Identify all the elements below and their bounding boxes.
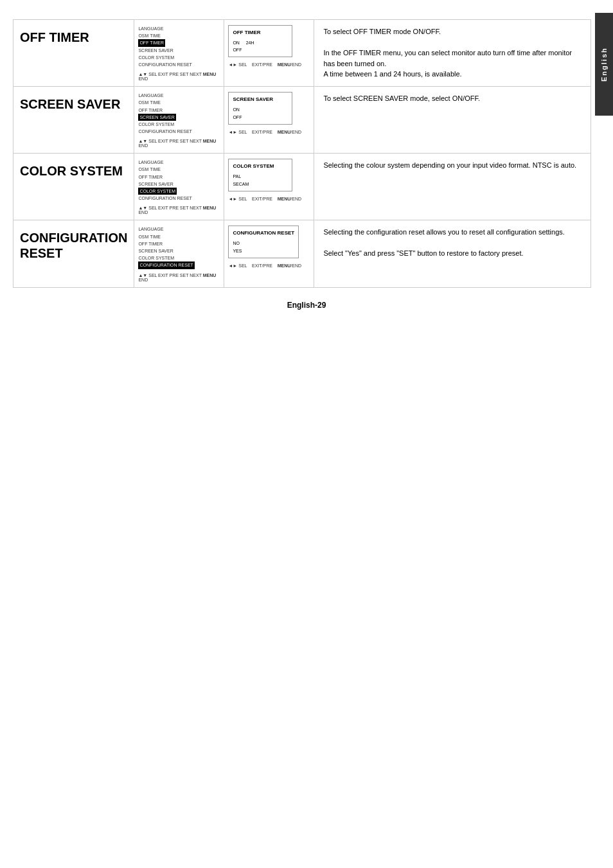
menu-item-off-timer-2: OFF TIMER bbox=[138, 107, 220, 114]
menu-nav-text-1: ▲▼ SEL EXIT PRE SET NEXT MENU END bbox=[138, 72, 220, 81]
config-reset-label: CONFIGURATION RESET bbox=[20, 231, 127, 260]
menu-box-color-system: LANGUAGE OSM TIME OFF TIMER SCREEN SAVER… bbox=[138, 159, 220, 202]
menu-nav-2: ▲▼ SEL EXIT PRE SET NEXT MENU END bbox=[138, 139, 220, 148]
menu-item-screen-saver-4: SCREEN SAVER bbox=[138, 247, 220, 254]
menu-item-language-4: LANGUAGE bbox=[138, 226, 220, 233]
row-menu-off-timer: LANGUAGE OSM TIME OFF TIMER SCREEN SAVER… bbox=[134, 20, 224, 87]
options-nav-text-1: ◄► SEL EXIT/PRE MENU/END bbox=[228, 61, 301, 69]
desc-config-reset-1: Selecting the configuration reset allows… bbox=[323, 227, 582, 238]
options-nav-4: ◄► SEL EXIT/PRE MENU/END bbox=[228, 262, 310, 270]
menu-box-off-timer: LANGUAGE OSM TIME OFF TIMER SCREEN SAVER… bbox=[138, 25, 220, 68]
option-on-1: ON 24H bbox=[233, 39, 288, 47]
menu-item-off-timer-4: OFF TIMER bbox=[138, 240, 220, 247]
menu-item-screen-saver-3: SCREEN SAVER bbox=[138, 181, 220, 188]
menu-nav-text-2: ▲▼ SEL EXIT PRE SET NEXT MENU END bbox=[138, 139, 220, 148]
menu-item-language-3: LANGUAGE bbox=[138, 159, 220, 166]
options-nav-1: ◄► SEL EXIT/PRE MENU/END bbox=[228, 61, 310, 69]
row-description-color-system: Selecting the colour system depending on… bbox=[314, 154, 591, 220]
options-nav-3: ◄► SEL EXIT/PRE MENU/END bbox=[228, 195, 310, 203]
desc-color-system-1: Selecting the colour system depending on… bbox=[323, 160, 582, 171]
config-reset-label-line2: RESET bbox=[20, 246, 63, 260]
menu-nav-1: ▲▼ SEL EXIT PRE SET NEXT MENU END bbox=[138, 72, 220, 81]
options-box-config-reset: CONFIGURATION RESET NO YES ◄► SEL EXIT/P… bbox=[228, 226, 310, 269]
table-row: OFF TIMER LANGUAGE OSM TIME OFF TIMER SC… bbox=[13, 20, 591, 87]
desc-off-timer-2: In the OFF TIMER menu, you can select mo… bbox=[323, 48, 582, 80]
menu-nav-3: ▲▼ SEL EXIT PRE SET NEXT MENU END bbox=[138, 206, 220, 215]
desc-config-reset-2: Select "Yes" and press "SET" button to r… bbox=[323, 248, 582, 259]
row-description-off-timer: To select OFF TIMER mode ON/OFF. In the … bbox=[314, 20, 591, 87]
row-label-config-reset: CONFIGURATION RESET bbox=[13, 220, 134, 287]
menu-box-screen-saver: LANGUAGE OSM TIME OFF TIMER SCREEN SAVER… bbox=[138, 92, 220, 135]
menu-item-color-system-1: COLOR SYSTEM bbox=[138, 54, 220, 61]
english-tab: English bbox=[595, 13, 613, 116]
options-box-screen-saver: SCREEN SAVER ON OFF ◄► SEL EXIT/PRE MENU… bbox=[228, 92, 310, 136]
screen-saver-label: SCREEN SAVER bbox=[20, 97, 120, 111]
footer-text: English-29 bbox=[287, 301, 326, 310]
off-timer-label: OFF TIMER bbox=[20, 30, 89, 44]
option-off-1: OFF bbox=[233, 46, 288, 54]
row-label-screen-saver: SCREEN SAVER bbox=[13, 87, 134, 154]
menu-item-config-reset-3: CONFIGURATION RESET bbox=[138, 195, 220, 202]
menu-item-color-system-3: COLOR SYSTEM bbox=[138, 188, 177, 195]
row-options-off-timer: OFF TIMER ON 24H OFF ◄► SEL EXIT/PRE MEN… bbox=[224, 20, 314, 87]
menu-nav-4: ▲▼ SEL EXIT PRE SET NEXT MENU END bbox=[138, 273, 220, 282]
menu-item-osm-time-2: OSM TIME bbox=[138, 99, 220, 106]
options-title-color-system: COLOR SYSTEM bbox=[233, 162, 288, 171]
options-inner-screen-saver: SCREEN SAVER ON OFF bbox=[228, 92, 292, 124]
options-nav-text-4: ◄► SEL EXIT/PRE MENU/END bbox=[228, 262, 301, 270]
desc-off-timer-1: To select OFF TIMER mode ON/OFF. bbox=[323, 26, 582, 37]
config-reset-label-line1: CONFIGURATION bbox=[20, 231, 127, 245]
option-secam-3: SECAM bbox=[233, 181, 288, 188]
menu-item-off-timer-1: OFF TIMER bbox=[138, 39, 165, 46]
menu-item-config-reset-2: CONFIGURATION RESET bbox=[138, 128, 220, 135]
options-inner-config-reset: CONFIGURATION RESET NO YES bbox=[228, 226, 299, 258]
row-menu-color-system: LANGUAGE OSM TIME OFF TIMER SCREEN SAVER… bbox=[134, 154, 224, 220]
option-no-4: NO bbox=[233, 240, 294, 247]
option-pal-3: PAL bbox=[233, 173, 288, 181]
menu-item-osm-time-3: OSM TIME bbox=[138, 166, 220, 173]
options-nav-text-3: ◄► SEL EXIT/PRE MENU/END bbox=[228, 195, 301, 203]
menu-item-language-1: LANGUAGE bbox=[138, 25, 220, 32]
menu-nav-text-4: ▲▼ SEL EXIT PRE SET NEXT MENU END bbox=[138, 273, 220, 282]
table-row: COLOR SYSTEM LANGUAGE OSM TIME OFF TIMER… bbox=[13, 154, 591, 220]
row-options-screen-saver: SCREEN SAVER ON OFF ◄► SEL EXIT/PRE MENU… bbox=[224, 87, 314, 154]
color-system-label: COLOR SYSTEM bbox=[20, 164, 123, 178]
row-description-config-reset: Selecting the configuration reset allows… bbox=[314, 220, 591, 287]
options-title-off-timer: OFF TIMER bbox=[233, 28, 288, 37]
options-title-screen-saver: SCREEN SAVER bbox=[233, 95, 288, 104]
page-footer: English-29 bbox=[13, 301, 600, 310]
table-row: SCREEN SAVER LANGUAGE OSM TIME OFF TIMER… bbox=[13, 87, 591, 154]
menu-item-language-2: LANGUAGE bbox=[138, 92, 220, 99]
row-label-off-timer: OFF TIMER bbox=[13, 20, 134, 87]
row-options-config-reset: CONFIGURATION RESET NO YES ◄► SEL EXIT/P… bbox=[224, 220, 314, 287]
option-off-2: OFF bbox=[233, 114, 288, 121]
table-row: CONFIGURATION RESET LANGUAGE OSM TIME OF… bbox=[13, 220, 591, 287]
row-label-color-system: COLOR SYSTEM bbox=[13, 154, 134, 220]
options-nav-2: ◄► SEL EXIT/PRE MENU/END bbox=[228, 128, 310, 136]
row-menu-config-reset: LANGUAGE OSM TIME OFF TIMER SCREEN SAVER… bbox=[134, 220, 224, 287]
option-yes-4: YES bbox=[233, 247, 294, 255]
options-inner-off-timer: OFF TIMER ON 24H OFF bbox=[228, 25, 292, 57]
options-box-color-system: COLOR SYSTEM PAL SECAM ◄► SEL EXIT/PRE M… bbox=[228, 159, 310, 202]
row-menu-screen-saver: LANGUAGE OSM TIME OFF TIMER SCREEN SAVER… bbox=[134, 87, 224, 154]
options-inner-color-system: COLOR SYSTEM PAL SECAM bbox=[228, 159, 292, 191]
desc-screen-saver-1: To select SCREEN SAVER mode, select ON/O… bbox=[323, 93, 582, 104]
menu-item-osm-time-1: OSM TIME bbox=[138, 32, 220, 39]
options-box-off-timer: OFF TIMER ON 24H OFF ◄► SEL EXIT/PRE MEN… bbox=[228, 25, 310, 69]
menu-item-color-system-4: COLOR SYSTEM bbox=[138, 254, 220, 261]
options-title-config-reset: CONFIGURATION RESET bbox=[233, 229, 294, 238]
row-description-screen-saver: To select SCREEN SAVER mode, select ON/O… bbox=[314, 87, 591, 154]
menu-box-config-reset: LANGUAGE OSM TIME OFF TIMER SCREEN SAVER… bbox=[138, 226, 220, 269]
menu-item-config-reset-4: CONFIGURATION RESET bbox=[138, 261, 194, 269]
menu-item-color-system-2: COLOR SYSTEM bbox=[138, 121, 220, 128]
option-on-2: ON bbox=[233, 106, 288, 114]
options-nav-text-2: ◄► SEL EXIT/PRE MENU/END bbox=[228, 128, 301, 136]
main-table: OFF TIMER LANGUAGE OSM TIME OFF TIMER SC… bbox=[13, 19, 591, 288]
menu-nav-text-3: ▲▼ SEL EXIT PRE SET NEXT MENU END bbox=[138, 206, 220, 215]
menu-item-screen-saver-1: SCREEN SAVER bbox=[138, 47, 220, 54]
page-container: English OFF TIMER LANGUAGE OSM TIME OFF … bbox=[0, 0, 613, 868]
row-options-color-system: COLOR SYSTEM PAL SECAM ◄► SEL EXIT/PRE M… bbox=[224, 154, 314, 220]
menu-item-osm-time-4: OSM TIME bbox=[138, 233, 220, 240]
menu-item-config-reset-1: CONFIGURATION RESET bbox=[138, 61, 220, 68]
menu-item-screen-saver-2: SCREEN SAVER bbox=[138, 114, 175, 121]
